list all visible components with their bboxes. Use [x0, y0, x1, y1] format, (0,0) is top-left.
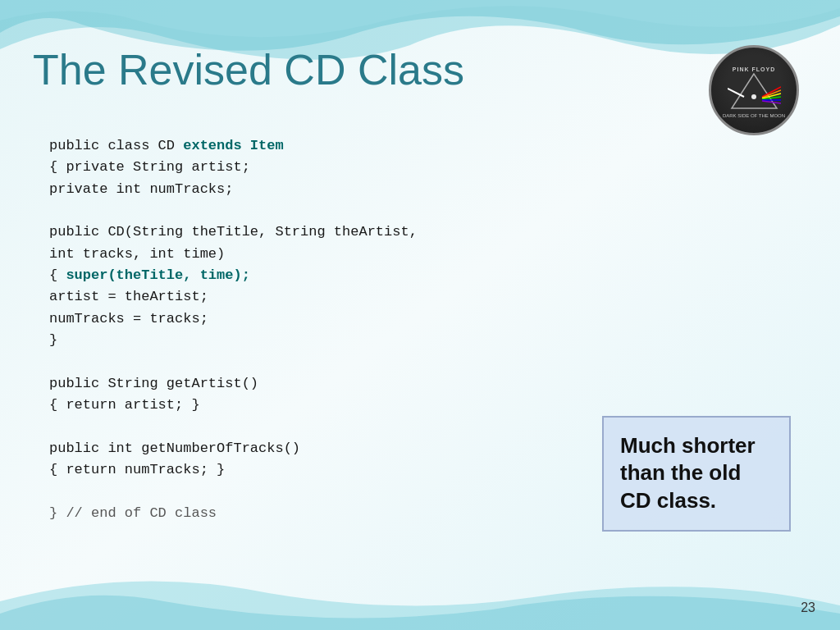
keyword-extends: extends Item: [183, 138, 283, 153]
callout-text: Much shorter than the old CD class.: [620, 433, 756, 514]
callout-box: Much shorter than the old CD class.: [602, 416, 791, 532]
code-line-8: artist = theArtist;: [49, 286, 418, 308]
code-line-9: numTracks = tracks;: [49, 308, 418, 330]
page-number: 23: [801, 600, 815, 615]
code-line-13: { return artist; }: [49, 395, 418, 416]
code-line-7: { super(theTitle, time);: [49, 265, 418, 286]
logo-bottom-text: DARK SIDE OF THE MOON: [723, 113, 785, 118]
code-line-17: [49, 482, 418, 503]
svg-point-8: [751, 94, 756, 99]
code-line-12: public String getArtist(): [49, 373, 418, 395]
slide-title: The Revised CD Class: [33, 45, 464, 94]
code-line-1: public class CD extends Item: [49, 135, 418, 157]
code-line-6: int tracks, int time): [49, 244, 418, 265]
pink-floyd-logo: PINK FLOYD DARK SIDE OF THE MOON: [709, 45, 799, 135]
code-line-11: [49, 351, 418, 372]
code-line-4: [49, 200, 418, 221]
code-block: public class CD extends Item { private S…: [49, 135, 418, 524]
code-line-10: }: [49, 330, 418, 351]
code-line-3: private int numTracks;: [49, 179, 418, 200]
code-line-2: { private String artist;: [49, 157, 418, 178]
bottom-wave: [0, 564, 840, 630]
code-line-18: } // end of CD class: [49, 503, 418, 524]
code-line-5: public CD(String theTitle, String theArt…: [49, 221, 418, 243]
code-line-14: [49, 416, 418, 437]
code-line-16: { return numTracks; }: [49, 459, 418, 481]
keyword-super: super(theTitle, time);: [66, 267, 249, 283]
svg-marker-0: [732, 74, 777, 108]
prism-icon: [728, 72, 781, 112]
code-line-15: public int getNumberOfTracks(): [49, 438, 418, 459]
logo-top-text: PINK FLOYD: [733, 66, 775, 72]
slide: The Revised CD Class PINK FLOYD DARK SID…: [0, 0, 840, 630]
